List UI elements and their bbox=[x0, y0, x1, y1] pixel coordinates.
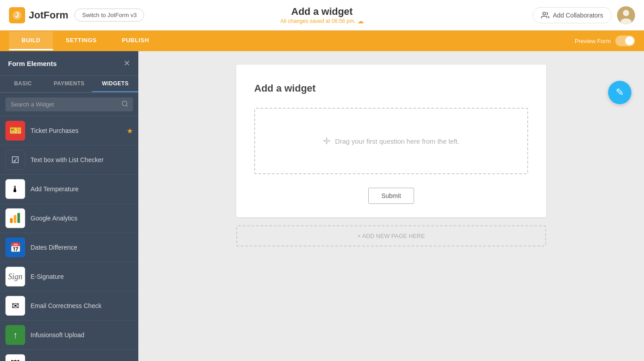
fab-icon: ✎ bbox=[616, 87, 624, 98]
form-card: Add a widget ✛ Drag your first question … bbox=[236, 65, 546, 217]
preview-form-toggle-container: Preview Form bbox=[575, 35, 635, 46]
list-item[interactable]: Google Analytics bbox=[0, 204, 138, 233]
sidebar-header: Form Elements ✕ bbox=[0, 51, 138, 76]
jotform-logo-icon: J bbox=[9, 7, 25, 23]
list-item[interactable]: 🌡 Add Temperature bbox=[0, 175, 138, 204]
list-item[interactable]: 🖼 Image Upload Preview bbox=[0, 350, 138, 361]
svg-point-3 bbox=[543, 12, 546, 15]
logo: J JotForm bbox=[9, 7, 68, 23]
header-center: Add a widget All changes saved at 06:56 … bbox=[280, 6, 363, 25]
logo-text: JotForm bbox=[29, 9, 68, 21]
sub-tabs: BASIC PAYMENTS WIDGETS bbox=[0, 76, 138, 93]
add-collaborators-label: Add Collaborators bbox=[553, 12, 603, 19]
tab-build[interactable]: BUILD bbox=[9, 31, 53, 50]
sub-tab-basic[interactable]: BASIC bbox=[0, 76, 46, 92]
svg-rect-8 bbox=[10, 218, 13, 223]
widget-label-email-correctness-check: Email Correctness Check bbox=[31, 302, 133, 309]
canvas: Add a widget ✛ Drag your first question … bbox=[138, 51, 644, 361]
add-collaborators-icon bbox=[541, 11, 549, 19]
list-item[interactable]: ✉ Email Correctness Check bbox=[0, 291, 138, 321]
widget-label-e-signature: E-Signature bbox=[31, 273, 133, 280]
add-collaborators-button[interactable]: Add Collaborators bbox=[533, 7, 612, 23]
page-title: Add a widget bbox=[280, 6, 363, 18]
google-analytics-chart-icon bbox=[9, 212, 22, 225]
search-input[interactable] bbox=[5, 97, 133, 111]
search-icon bbox=[121, 100, 128, 109]
nav-tabs: BUILD SETTINGS PUBLISH bbox=[9, 31, 162, 50]
sidebar-title: Form Elements bbox=[8, 60, 57, 67]
add-new-page-bar[interactable]: + ADD NEW PAGE HERE bbox=[236, 225, 546, 247]
svg-text:J: J bbox=[15, 11, 19, 19]
preview-form-label: Preview Form bbox=[575, 38, 611, 44]
list-item[interactable]: Sign E-Signature bbox=[0, 262, 138, 291]
google-analytics-icon bbox=[5, 208, 25, 228]
switch-version-button[interactable]: Switch to JotForm v3 bbox=[75, 9, 144, 22]
toggle-knob bbox=[625, 36, 634, 45]
header-right: Add Collaborators bbox=[533, 6, 635, 24]
sub-tab-widgets[interactable]: WIDGETS bbox=[92, 76, 138, 92]
star-icon[interactable]: ★ bbox=[127, 127, 133, 135]
e-signature-icon: Sign bbox=[5, 267, 25, 286]
tab-publish[interactable]: PUBLISH bbox=[109, 31, 162, 50]
widget-label-ticket-purchases: Ticket Purchases bbox=[31, 127, 121, 134]
preview-form-toggle[interactable] bbox=[615, 35, 635, 46]
list-item[interactable]: ☑ Text box with List Checker bbox=[0, 145, 138, 175]
sub-tab-payments[interactable]: PAYMENTS bbox=[46, 76, 93, 92]
close-sidebar-button[interactable]: ✕ bbox=[124, 58, 130, 68]
widget-label-add-temperature: Add Temperature bbox=[31, 185, 133, 193]
search-container bbox=[0, 93, 138, 116]
drop-zone-text: Drag your first question here from the l… bbox=[335, 137, 459, 145]
dates-difference-icon: 📅 bbox=[5, 238, 25, 257]
save-status: All changes saved at 06:56 pm. ☁ bbox=[280, 18, 363, 25]
text-box-list-checker-icon: ☑ bbox=[5, 150, 25, 170]
tab-settings[interactable]: SETTINGS bbox=[53, 31, 109, 50]
list-item[interactable]: 📅 Dates Difference bbox=[0, 233, 138, 262]
submit-button[interactable]: Submit bbox=[368, 188, 414, 204]
ticket-purchases-icon: 🎫 bbox=[5, 121, 25, 141]
svg-rect-9 bbox=[14, 215, 17, 223]
infusionsoft-upload-icon: ↑ bbox=[5, 325, 25, 345]
navbar: BUILD SETTINGS PUBLISH Preview Form bbox=[0, 31, 644, 51]
email-correctness-check-icon: ✉ bbox=[5, 296, 25, 316]
svg-point-5 bbox=[623, 10, 629, 16]
user-avatar-icon bbox=[617, 6, 635, 24]
image-upload-preview-icon: 🖼 bbox=[5, 354, 25, 361]
widget-label-text-box-list-checker: Text box with List Checker bbox=[31, 156, 133, 163]
add-temperature-icon: 🌡 bbox=[5, 179, 25, 199]
sidebar: Form Elements ✕ BASIC PAYMENTS WIDGETS 🎫… bbox=[0, 51, 138, 361]
header: J JotForm Switch to JotForm v3 Add a wid… bbox=[0, 0, 644, 31]
save-cloud-icon: ☁ bbox=[357, 18, 364, 25]
list-item[interactable]: ↑ Infusionsoft Upload bbox=[0, 321, 138, 350]
drop-zone-icon: ✛ bbox=[323, 136, 331, 146]
main: Form Elements ✕ BASIC PAYMENTS WIDGETS 🎫… bbox=[0, 51, 644, 361]
widget-label-infusionsoft-upload: Infusionsoft Upload bbox=[31, 331, 133, 339]
drop-zone[interactable]: ✛ Drag your first question here from the… bbox=[254, 108, 528, 174]
avatar[interactable] bbox=[617, 6, 635, 24]
header-left: J JotForm Switch to JotForm v3 bbox=[9, 7, 144, 23]
widget-label-dates-difference: Dates Difference bbox=[31, 244, 133, 251]
fab-button[interactable]: ✎ bbox=[608, 81, 631, 104]
form-card-title: Add a widget bbox=[254, 83, 528, 94]
svg-point-7 bbox=[122, 101, 127, 106]
svg-rect-10 bbox=[18, 213, 20, 223]
widget-label-google-analytics: Google Analytics bbox=[31, 215, 133, 222]
list-item[interactable]: 🎫 Ticket Purchases ★ bbox=[0, 116, 138, 145]
